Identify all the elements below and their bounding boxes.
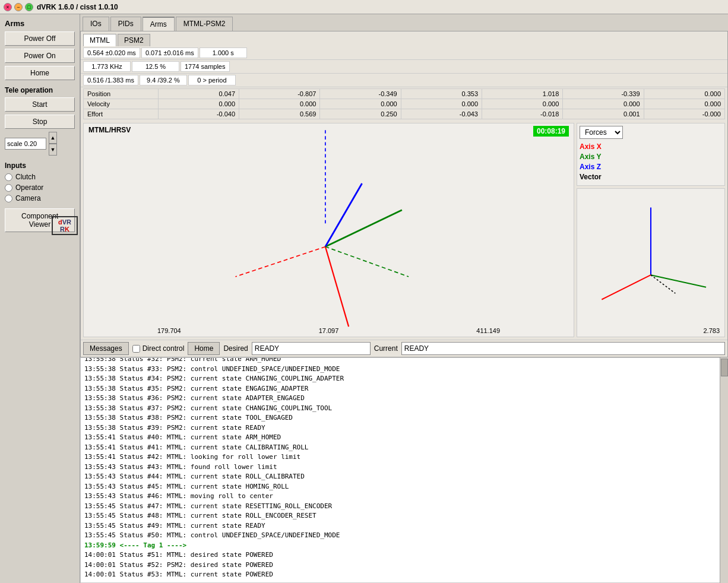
main-layout: Arms Power Off Power On Home Tele operat… xyxy=(0,14,728,583)
start-button[interactable]: Start xyxy=(5,97,75,112)
power-off-button[interactable]: Power Off xyxy=(5,31,75,46)
right-3d-plot: 2.783 xyxy=(577,188,725,337)
clutch-radio[interactable] xyxy=(5,173,12,181)
direct-control-checkbox[interactable] xyxy=(132,345,140,353)
stats-bar-3: 0.516 /1.383 ms 9.4 /39.2 % 0 > period xyxy=(81,74,727,87)
stat-period: 0 > period xyxy=(188,75,236,85)
row-label-velocity: Velocity xyxy=(84,99,159,109)
teleop-label: Tele operation xyxy=(5,86,75,94)
plot-value: 2.783 xyxy=(703,327,720,334)
vel-val-1: 0.000 xyxy=(158,99,239,109)
desired-state-field[interactable] xyxy=(252,342,371,355)
viz-area: MTML/HRSV 00:08:19 xyxy=(81,121,727,340)
log-line: 13:55:43 Status #44: MTML: current state… xyxy=(84,472,724,482)
coord-y: 17.097 xyxy=(319,327,339,334)
table-row-effort: Effort -0.040 0.569 0.250 -0.043 -0.018 … xyxy=(84,109,725,119)
forces-dropdown[interactable]: Forces Torques xyxy=(580,126,623,139)
vel-val-7: 0.000 xyxy=(644,99,724,109)
axis-y-label[interactable]: Axis Y xyxy=(580,153,722,161)
log-line: 13:55:43 Status #43: MTML: found roll lo… xyxy=(84,462,724,473)
arms-section-label: Arms xyxy=(5,19,75,28)
vel-val-2: 0.000 xyxy=(239,99,320,109)
camera-radio-item: Camera xyxy=(5,194,75,202)
vel-val-5: 0.000 xyxy=(482,99,563,109)
row-label-position: Position xyxy=(84,89,159,99)
tab-content: MTML PSM2 0.564 ±0.020 ms 0.071 ±0.016 m… xyxy=(80,31,728,357)
axis-z-label[interactable]: Axis Z xyxy=(580,163,722,171)
log-line: 14:00:01 Status #52: PSM2: desired state… xyxy=(84,560,724,571)
log-line: 13:55:41 Status #41: MTML: current state… xyxy=(84,443,724,453)
tab-pids[interactable]: PIDs xyxy=(110,17,141,31)
eff-val-7: -0.000 xyxy=(644,109,724,119)
home-bottom-button[interactable]: Home xyxy=(188,342,220,355)
title-bar-buttons[interactable]: × − □ xyxy=(4,3,33,11)
svg-line-5 xyxy=(325,247,409,277)
current-label: Current xyxy=(374,344,398,353)
pos-val-5: 1.018 xyxy=(482,89,563,99)
operator-label: Operator xyxy=(15,183,43,192)
pos-val-6: -0.339 xyxy=(563,89,644,99)
minimize-button[interactable]: − xyxy=(14,3,23,11)
subtab-mtml[interactable]: MTML xyxy=(83,34,116,46)
vel-val-6: 0.000 xyxy=(563,99,644,109)
tab-arms[interactable]: Arms xyxy=(143,17,175,31)
log-line: 13:55:38 Status #32: PSM2: current state… xyxy=(84,357,724,365)
vel-val-4: 0.000 xyxy=(401,99,482,109)
log-line: 13:55:41 Status #42: MTML: looking for r… xyxy=(84,452,724,462)
axis-x-label[interactable]: Axis X xyxy=(580,142,722,151)
camera-radio[interactable] xyxy=(5,195,12,202)
bottom-bar: Messages Direct control Home Desired Cur… xyxy=(81,340,727,357)
scale-down-button[interactable]: ▼ xyxy=(49,144,57,156)
pos-val-7: 0.000 xyxy=(644,89,724,99)
arm-plot: MTML/HRSV 00:08:19 xyxy=(83,123,574,337)
log-line: 13:55:45 Status #47: MTML: current state… xyxy=(84,502,724,512)
log-line: 13:55:38 Status #37: PSM2: current state… xyxy=(84,404,724,414)
coord-x: 179.704 xyxy=(157,327,181,334)
stat-freq: 1.773 KHz xyxy=(83,61,131,72)
scale-input[interactable] xyxy=(5,138,46,150)
scrollbar-track[interactable] xyxy=(720,357,728,583)
stat-timing-1: 0.564 ±0.020 ms xyxy=(83,47,140,58)
tab-ios[interactable]: IOs xyxy=(83,17,109,31)
svg-line-8 xyxy=(602,275,651,299)
maximize-button[interactable]: □ xyxy=(25,3,33,11)
log-line: 13:55:43 Status #45: MTML: current state… xyxy=(84,482,724,492)
pos-val-3: -0.349 xyxy=(320,89,401,99)
log-line: 14:00:01 Status #53: MTML: current state… xyxy=(84,570,724,580)
scale-row: ▲ ▼ xyxy=(5,132,75,156)
close-button[interactable]: × xyxy=(4,3,12,11)
current-state-field[interactable] xyxy=(401,342,725,355)
log-line: 13:55:38 Status #34: PSM2: current state… xyxy=(84,374,724,384)
camera-label: Camera xyxy=(15,194,41,202)
svg-line-7 xyxy=(651,275,706,287)
home-button[interactable]: Home xyxy=(5,66,75,80)
log-line: 13:55:38 Status #33: PSM2: control UNDEF… xyxy=(84,365,724,375)
direct-control-checkbox-label: Direct control xyxy=(132,344,185,353)
coord-z: 411.149 xyxy=(476,327,500,334)
stop-button[interactable]: Stop xyxy=(5,115,75,129)
main-tab-bar: IOs PIDs Arms MTML-PSM2 xyxy=(80,14,728,31)
log-area[interactable]: 13:55:38 Status #32: PSM2: current state… xyxy=(80,357,728,583)
log-line: 13:55:38 Status #38: PSM2: current state… xyxy=(84,413,724,423)
log-line: 13:55:38 Status #35: PSM2: current state… xyxy=(84,384,724,394)
log-line: 13:55:38 Status #36: PSM2: current state… xyxy=(84,394,724,404)
subtab-psm2[interactable]: PSM2 xyxy=(118,34,150,46)
logo: dVR RK xyxy=(52,216,78,235)
power-on-button[interactable]: Power On xyxy=(5,49,75,63)
scale-up-button[interactable]: ▲ xyxy=(49,132,57,144)
messages-button[interactable]: Messages xyxy=(83,342,129,355)
tab-mtml-psm2[interactable]: MTML-PSM2 xyxy=(176,17,233,31)
inputs-label: Inputs xyxy=(5,161,75,170)
scrollbar-thumb[interactable] xyxy=(721,359,728,376)
left-panel: Arms Power Off Power On Home Tele operat… xyxy=(0,14,80,583)
operator-radio[interactable] xyxy=(5,184,12,192)
direct-control-label: Direct control xyxy=(143,344,185,353)
log-line: 13:55:45 Status #49: MTML: current state… xyxy=(84,521,724,531)
log-line: 13:55:43 Status #46: MTML: moving roll t… xyxy=(84,492,724,502)
stats-bar-1: 0.564 ±0.020 ms 0.071 ±0.016 ms 1.000 s xyxy=(81,46,727,60)
eff-val-6: 0.001 xyxy=(563,109,644,119)
vel-val-3: 0.000 xyxy=(320,99,401,109)
vector-label[interactable]: Vector xyxy=(580,173,722,181)
arm-svg xyxy=(84,123,574,337)
stat-pct: 12.5 % xyxy=(132,61,179,72)
